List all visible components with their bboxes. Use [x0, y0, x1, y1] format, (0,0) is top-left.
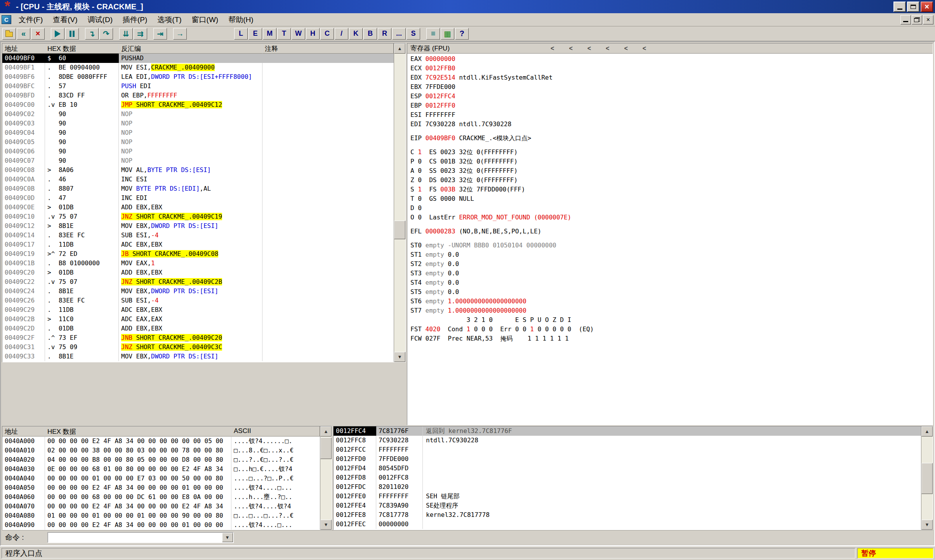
register-line[interactable]: ST7 empty 1.0000000000000000000: [407, 306, 933, 315]
register-line[interactable]: ESP 0012FFC4: [407, 92, 933, 101]
stack-row[interactable]: 0012FFC87C930228ntdll.7C930228: [334, 436, 921, 445]
disasm-row[interactable]: 00409C05 90NOP: [2, 137, 394, 147]
dump-row[interactable]: 0040A08001 00 00 00 01 00 00 00 01 00 00…: [2, 511, 320, 520]
register-line[interactable]: EDX 7C92E514 ntdll.KiFastSystemCallRet: [407, 73, 933, 82]
disasm-header-addr[interactable]: 地址: [2, 43, 45, 54]
disasm-row[interactable]: 00409C0B. 8807MOV BYTE PTR DS:[EDI],AL: [2, 184, 394, 193]
cpu-window-icon[interactable]: C: [2, 15, 11, 24]
appearance-button[interactable]: ▦: [441, 28, 454, 40]
scroll-up-button[interactable]: ▲: [921, 426, 933, 437]
step-over-button[interactable]: ↷: [99, 28, 113, 40]
register-line[interactable]: EBX 7FFDE000: [407, 82, 933, 92]
panel-button-patches[interactable]: /: [335, 28, 348, 40]
disasm-row[interactable]: 00409C17. 11DBADC EBX,EBX: [2, 240, 394, 249]
register-line[interactable]: 3 2 1 0 E S P U O Z D I: [407, 315, 933, 325]
disasm-row[interactable]: 00409C08> 8A06MOV AL,BYTE PTR DS:[ESI]: [2, 165, 394, 175]
panel-button-references[interactable]: R: [378, 28, 391, 40]
command-combobox[interactable]: ▼: [47, 532, 234, 543]
restart-button[interactable]: «: [17, 28, 30, 40]
menu-item-debug[interactable]: 调试(D): [83, 13, 118, 27]
register-line[interactable]: EDI 7C930228 ntdll.7C930228: [407, 120, 933, 129]
stack-row[interactable]: 0012FFCCFFFFFFFF: [334, 445, 921, 454]
mdi-restore-button[interactable]: [912, 15, 922, 24]
scroll-thumb[interactable]: [394, 221, 405, 239]
disasm-row[interactable]: 00409BFD. 83CD FFOR EBP,FFFFFFFF: [2, 91, 394, 100]
stack-row[interactable]: 0012FFEC00000000: [334, 520, 921, 529]
panel-button-source[interactable]: S: [407, 28, 420, 40]
register-line[interactable]: ST3 empty 0.0: [407, 269, 933, 278]
disasm-row[interactable]: 00409C0E> 01DBADD EBX,EBX: [2, 203, 394, 212]
register-line[interactable]: ST1 empty 0.0: [407, 250, 933, 259]
register-line[interactable]: D 0: [407, 203, 933, 213]
stack-scrollbar[interactable]: ▲ ▼: [921, 426, 933, 530]
dump-row[interactable]: 0040A09000 00 00 00 E2 4F A8 34 00 00 00…: [2, 520, 320, 530]
mdi-minimize-button[interactable]: [900, 15, 911, 24]
disasm-row[interactable]: 00409C04 90NOP: [2, 128, 394, 137]
dump-row[interactable]: 0040A04000 00 00 00 01 00 00 00 E7 03 00…: [2, 474, 320, 483]
scroll-up-button[interactable]: ▲: [394, 43, 405, 54]
menu-item-view[interactable]: 查看(V): [48, 13, 82, 27]
close-process-button[interactable]: ×: [31, 28, 45, 40]
disasm-row[interactable]: 00409C19>^ 72 EDJB SHORT CRACKME_.00409C…: [2, 249, 394, 259]
disasm-row[interactable]: 00409C31.v 75 09JNZ SHORT CRACKME_.00409…: [2, 343, 394, 352]
register-line[interactable]: S 1 FS 003B 32位 7FFDD000(FFF): [407, 185, 933, 194]
register-line[interactable]: FCW 027F Prec NEAR,53 掩码 1 1 1 1 1 1: [407, 334, 933, 343]
panel-button-memory[interactable]: M: [263, 28, 276, 40]
panel-button-windows[interactable]: W: [292, 28, 305, 40]
register-line[interactable]: P 0 CS 001B 32位 0(FFFFFFFF): [407, 157, 933, 166]
register-line[interactable]: ST5 empty 0.0: [407, 287, 933, 297]
step-into-button[interactable]: ↴: [85, 28, 99, 40]
register-line[interactable]: ESI FFFFFFFF: [407, 110, 933, 120]
disasm-row[interactable]: 00409C2F.^ 73 EFJNB SHORT CRACKME_.00409…: [2, 333, 394, 343]
scroll-up-button[interactable]: ▲: [320, 426, 332, 437]
pane-header-chevron[interactable]: <: [624, 45, 627, 52]
disasm-row[interactable]: 00409C20> 01DBADD EBX,EBX: [2, 268, 394, 277]
disasm-row[interactable]: 00409BF1. BE 00904000MOV ESI,CRACKME_.00…: [2, 63, 394, 72]
scroll-down-button[interactable]: ▼: [921, 520, 933, 530]
register-line[interactable]: EBP 0012FFF0: [407, 101, 933, 110]
stack-row[interactable]: 0012FFC47C81776F返回到 kernel32.7C81776F: [334, 426, 921, 436]
scroll-down-button[interactable]: ▼: [320, 520, 332, 530]
run-button[interactable]: [51, 28, 64, 40]
disasm-row[interactable]: 00409C03 90NOP: [2, 119, 394, 128]
register-line[interactable]: ST2 empty 0.0: [407, 259, 933, 269]
dump-row[interactable]: 0040A05000 00 00 00 E2 4F A8 34 00 00 00…: [2, 483, 320, 492]
register-line[interactable]: T 0 GS 0000 NULL: [407, 194, 933, 203]
dump-row[interactable]: 0040A01002 00 00 00 38 00 00 80 03 00 00…: [2, 446, 320, 455]
minimize-button[interactable]: [893, 2, 906, 12]
disasm-row[interactable]: 00409C22.v 75 07JNZ SHORT CRACKME_.00409…: [2, 277, 394, 287]
dump-row[interactable]: 0040A06000 00 00 00 68 00 00 00 DC 61 00…: [2, 492, 320, 502]
disasm-scrollbar[interactable]: ▲ ▼: [394, 43, 405, 362]
pane-header-chevron[interactable]: <: [569, 45, 572, 52]
disasm-row[interactable]: 00409C12> 8B1EMOV EBX,DWORD PTR DS:[ESI]: [2, 221, 394, 231]
scroll-down-button[interactable]: ▼: [394, 352, 405, 362]
dump-row[interactable]: 0040A07000 00 00 00 E2 4F A8 34 00 00 00…: [2, 502, 320, 511]
disasm-row[interactable]: 00409C0D. 47INC EDI: [2, 193, 394, 203]
mdi-close-button[interactable]: ×: [923, 15, 933, 24]
pane-header-chevron[interactable]: <: [551, 45, 554, 52]
disasm-header-hex[interactable]: HEX 数据: [45, 43, 119, 54]
disasm-row[interactable]: 00409C06 90NOP: [2, 147, 394, 156]
dump-scrollbar[interactable]: ▲ ▼: [320, 426, 332, 530]
dump-header-ascii[interactable]: ASCII: [231, 426, 320, 437]
app-icon[interactable]: *: [2, 1, 13, 12]
panel-button-executables[interactable]: E: [249, 28, 262, 40]
register-line[interactable]: FST 4020 Cond 1 0 0 0 Err 0 0 1 0 0 0 0 …: [407, 325, 933, 334]
disasm-row[interactable]: 00409C24. 8B1EMOV EBX,DWORD PTR DS:[ESI]: [2, 287, 394, 296]
stack-row[interactable]: 0012FFE0FFFFFFFFSEH 链尾部: [334, 492, 921, 501]
menu-item-help[interactable]: 帮助(H): [223, 13, 258, 27]
panel-button-threads[interactable]: T: [277, 28, 291, 40]
pane-header-chevron[interactable]: <: [643, 45, 646, 52]
menu-item-options[interactable]: 选项(T): [152, 13, 186, 27]
menu-item-window[interactable]: 窗口(W): [187, 13, 224, 27]
scroll-thumb[interactable]: [921, 463, 933, 494]
panel-button-breakpoints[interactable]: B: [363, 28, 377, 40]
maximize-button[interactable]: [907, 2, 919, 12]
dump-row[interactable]: 0040A00000 00 00 00 E2 4F A8 34 00 00 00…: [2, 437, 320, 446]
panel-button-cpu[interactable]: C: [320, 28, 334, 40]
scroll-track[interactable]: [394, 54, 405, 352]
disasm-row[interactable]: 00409BF6. 8DBE 0080FFFFLEA EDI,DWORD PTR…: [2, 72, 394, 82]
register-line[interactable]: ST0 empty -UNORM BBB0 01050104 00000000: [407, 241, 933, 250]
disasm-row[interactable]: 00409C0A. 46INC ESI: [2, 175, 394, 184]
disasm-row[interactable]: 00409C2D. 01DBADD EBX,EBX: [2, 324, 394, 333]
